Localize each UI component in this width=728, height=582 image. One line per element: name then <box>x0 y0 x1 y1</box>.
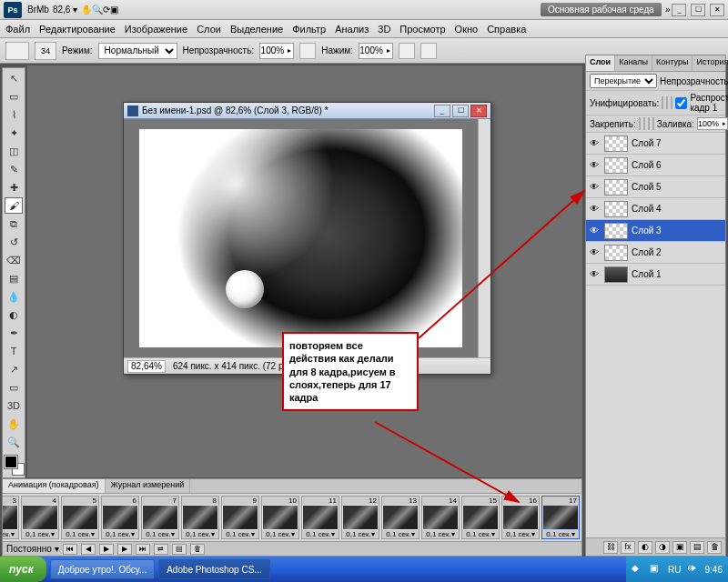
taskbar-task[interactable]: Доброе утро!. Обсу... <box>50 559 155 579</box>
animation-frame[interactable]: 170,1 сек.▾ <box>541 496 580 539</box>
frame-delay[interactable]: 0,1 сек.▾ <box>142 530 178 538</box>
brush-tool[interactable]: 🖌 <box>5 197 23 214</box>
pressure-opacity-icon[interactable] <box>299 43 316 59</box>
frame-delay[interactable]: 0,1 сек.▾ <box>262 530 298 538</box>
language-indicator[interactable]: RU <box>668 565 681 575</box>
adjustment-layer-icon[interactable]: ◑ <box>655 541 670 554</box>
history-brush-tool[interactable]: ↺ <box>5 234 23 250</box>
duplicate-frame-button[interactable]: ▤ <box>172 544 187 555</box>
visibility-eye-icon[interactable]: 👁 <box>588 226 601 236</box>
doc-close-button[interactable]: ✕ <box>470 105 487 117</box>
frame-delay[interactable]: 0,1 сек.▾ <box>3 530 18 538</box>
taskbar-task[interactable]: Adobe Photoshop CS... <box>158 559 270 579</box>
frame-delay[interactable]: 0,1 сек.▾ <box>62 530 98 538</box>
move-tool[interactable]: ↖ <box>5 70 23 86</box>
layer-row[interactable]: 👁Слой 6 <box>586 155 725 176</box>
lock-pixels-icon[interactable] <box>643 117 645 130</box>
animation-frame[interactable]: 30,1 сек.▾ <box>3 496 19 539</box>
animation-frame[interactable]: 60,1 сек.▾ <box>101 496 139 539</box>
frame-delay[interactable]: 0,1 сек.▾ <box>542 530 579 538</box>
start-button[interactable]: пуск <box>0 557 46 582</box>
layer-row[interactable]: 👁Слой 2 <box>586 242 725 264</box>
animation-frame[interactable]: 140,1 сек.▾ <box>421 496 460 539</box>
animation-frame[interactable]: 130,1 сек.▾ <box>381 496 420 539</box>
tray-icon[interactable]: ◆ <box>632 563 644 576</box>
pen-tool[interactable]: ✒ <box>5 325 23 341</box>
color-swatch[interactable] <box>5 456 25 476</box>
layer-thumbnail[interactable] <box>604 179 628 196</box>
screen-mode-icon[interactable]: ▣ <box>110 5 118 15</box>
flow-input[interactable]: 100% <box>359 43 393 59</box>
layer-row[interactable]: 👁Слой 5 <box>586 176 725 198</box>
status-zoom[interactable]: 82,64% <box>127 360 166 373</box>
animation-frame[interactable]: 80,1 сек.▾ <box>181 496 219 539</box>
close-button[interactable]: ✕ <box>710 4 724 16</box>
canvas-viewport[interactable] <box>124 119 478 357</box>
link-layers-icon[interactable]: ⛓ <box>603 541 618 554</box>
next-frame-button[interactable]: ▶ <box>117 544 132 555</box>
frame-delay[interactable]: 0,1 сек.▾ <box>102 530 138 538</box>
tray-icon[interactable]: 🕪 <box>687 563 700 576</box>
prev-frame-button[interactable]: ◀ <box>81 544 96 555</box>
bridge-icon[interactable]: Br <box>27 5 36 15</box>
brush-size[interactable]: 34 <box>35 42 56 60</box>
menu-слои[interactable]: Слои <box>197 24 221 35</box>
rotate-icon[interactable]: ⟳ <box>103 5 110 15</box>
layer-thumbnail[interactable] <box>604 266 628 283</box>
animation-frame[interactable]: 90,1 сек.▾ <box>221 496 259 539</box>
panel-tab[interactable]: Контуры <box>652 55 693 71</box>
unify-style-icon[interactable] <box>671 96 672 109</box>
lock-all-icon[interactable] <box>652 117 654 130</box>
animation-frame[interactable]: 160,1 сек.▾ <box>501 496 540 539</box>
blur-tool[interactable]: 💧 <box>5 288 23 305</box>
hand-icon[interactable]: ✋ <box>81 5 92 15</box>
layer-thumbnail[interactable] <box>604 135 628 152</box>
healing-tool[interactable]: ✚ <box>5 179 23 196</box>
wand-tool[interactable]: ✦ <box>5 125 23 141</box>
frame-delay[interactable]: 0,1 сек.▾ <box>222 530 258 538</box>
layer-row[interactable]: 👁Слой 7 <box>586 133 725 155</box>
blend-mode-select[interactable]: Нормальный <box>98 43 177 59</box>
canvas[interactable] <box>139 129 462 347</box>
lock-transparency-icon[interactable] <box>639 117 641 130</box>
visibility-eye-icon[interactable]: 👁 <box>588 160 601 170</box>
visibility-eye-icon[interactable]: 👁 <box>588 247 601 257</box>
brush-preset-icon[interactable] <box>5 42 29 60</box>
layer-row[interactable]: 👁Слой 4 <box>586 198 725 220</box>
layer-fx-icon[interactable]: fx <box>621 541 635 554</box>
anim-tab[interactable]: Анимация (покадровая) <box>3 479 106 493</box>
pressure-size-icon[interactable] <box>420 43 437 59</box>
unify-position-icon[interactable] <box>662 96 663 109</box>
minimize-button[interactable]: _ <box>672 4 686 16</box>
type-tool[interactable]: T <box>5 343 23 359</box>
doc-maximize-button[interactable]: ☐ <box>452 105 469 117</box>
doc-minimize-button[interactable]: _ <box>434 105 450 117</box>
frame-delay[interactable]: 0,1 сек.▾ <box>382 530 419 538</box>
frame-delay[interactable]: 0,1 сек.▾ <box>462 530 499 538</box>
frame-delay[interactable]: 0,1 сек.▾ <box>22 530 58 538</box>
frame-delay[interactable]: 0,1 сек.▾ <box>422 530 459 538</box>
animation-frame[interactable]: 50,1 сек.▾ <box>61 496 99 539</box>
zoom-tool-icon[interactable]: 🔍 <box>92 5 103 15</box>
gradient-tool[interactable]: ▤ <box>5 270 23 286</box>
marquee-tool[interactable]: ▭ <box>5 88 23 105</box>
frame-delay[interactable]: 0,1 сек.▾ <box>182 530 218 538</box>
frame-delay[interactable]: 0,1 сек.▾ <box>342 530 379 538</box>
visibility-eye-icon[interactable]: 👁 <box>588 138 601 148</box>
workspace-switcher[interactable]: Основная рабочая среда <box>541 3 662 16</box>
delete-frame-button[interactable]: 🗑 <box>190 544 205 555</box>
panel-tab[interactable]: Слои <box>586 55 615 71</box>
clock[interactable]: 9:46 <box>705 565 723 575</box>
first-frame-button[interactable]: ⏮ <box>63 544 77 555</box>
opacity-input[interactable]: 100% <box>259 43 294 59</box>
last-frame-button[interactable]: ⏭ <box>136 544 150 555</box>
propagate-checkbox[interactable] <box>675 97 687 109</box>
doc-zoom[interactable]: 82,6 ▾ <box>49 5 81 15</box>
layer-group-icon[interactable]: ▣ <box>672 541 687 554</box>
animation-frame[interactable]: 70,1 сек.▾ <box>141 496 179 539</box>
document-titlebar[interactable]: Без имени-1.psd @ 82,6% (Слой 3, RGB/8) … <box>124 103 490 119</box>
visibility-eye-icon[interactable]: 👁 <box>588 182 601 192</box>
dodge-tool[interactable]: ◐ <box>5 306 23 323</box>
hand-tool[interactable]: ✋ <box>5 416 23 432</box>
layer-thumbnail[interactable] <box>604 157 628 174</box>
